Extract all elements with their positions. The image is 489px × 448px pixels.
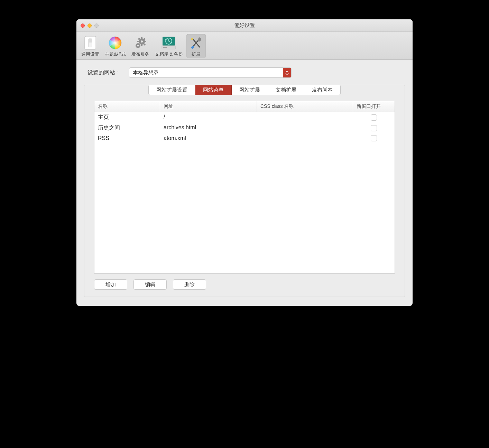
th-url[interactable]: 网址	[160, 101, 257, 112]
site-select-value: 本格异想录	[129, 69, 283, 76]
cell-newwin	[353, 134, 395, 142]
tab-doc-ext[interactable]: 文档扩展	[268, 85, 304, 95]
cell-name: RSS	[94, 134, 160, 142]
tab-label: 网站扩展设置	[156, 87, 187, 93]
cell-name: 历史之间	[94, 124, 160, 132]
svg-rect-2	[89, 39, 92, 43]
table-row[interactable]: RSS atom.xml	[94, 133, 395, 143]
cell-css	[257, 113, 353, 122]
svg-point-16	[137, 45, 139, 47]
tab-label: 网站菜单	[203, 87, 224, 93]
cell-name: 主页	[94, 113, 160, 122]
table-row[interactable]: 主页 /	[94, 112, 395, 123]
toolbar-item-label: 发布服务	[131, 51, 149, 57]
svg-rect-7	[141, 44, 142, 46]
gear-icon	[133, 35, 148, 50]
table-row[interactable]: 历史之间 archives.html	[94, 123, 395, 133]
content-area: 设置的网站： 本格异想录 网站扩展设置 网站菜单 网站扩展 文档扩展 发布脚本 …	[76, 60, 413, 306]
newwin-checkbox[interactable]	[371, 125, 377, 131]
newwin-checkbox[interactable]	[371, 135, 377, 141]
toolbar-item-label: 通用设置	[81, 51, 99, 57]
toolbar-item-general[interactable]: 通用设置	[79, 34, 101, 58]
extensions-panel: 网站扩展设置 网站菜单 网站扩展 文档扩展 发布脚本 名称 网址 CSS cla…	[84, 85, 405, 297]
time-machine-icon	[161, 35, 176, 50]
tools-icon	[188, 35, 204, 50]
cell-css	[257, 124, 353, 132]
cell-url: /	[160, 113, 257, 122]
titlebar: 偏好设置	[76, 19, 413, 32]
tab-publish-script[interactable]: 发布脚本	[304, 85, 341, 95]
cell-newwin	[353, 124, 395, 132]
action-row: 增加 编辑 删除	[94, 279, 395, 290]
table-body: 主页 / 历史之间 archives.html RSS atom.xml	[94, 112, 395, 143]
toolbar-item-publish[interactable]: 发布服务	[129, 34, 151, 58]
tab-site-ext[interactable]: 网站扩展	[232, 85, 268, 95]
toolbar-item-label: 扩展	[192, 51, 201, 57]
tab-label: 网站扩展	[239, 87, 260, 93]
site-select-popup[interactable]: 本格异想录	[129, 67, 292, 78]
minimize-button[interactable]	[87, 24, 92, 28]
newwin-checkbox[interactable]	[371, 114, 377, 121]
stepper-arrows-icon	[283, 68, 291, 77]
cell-url: archives.html	[160, 124, 257, 132]
delete-button[interactable]: 删除	[173, 279, 206, 290]
table-header: 名称 网址 CSS class 名称 新窗口打开	[94, 101, 395, 112]
preferences-window: 偏好设置 通用设置	[76, 19, 413, 306]
add-button[interactable]: 增加	[94, 279, 127, 290]
toolbar: 通用设置	[76, 32, 413, 60]
switch-icon	[83, 35, 98, 50]
svg-point-14	[141, 40, 143, 43]
close-button[interactable]	[81, 24, 85, 28]
toolbar-item-backup[interactable]: 文档库 & 备份	[153, 34, 185, 58]
svg-rect-6	[141, 37, 142, 39]
cell-css	[257, 134, 353, 142]
color-wheel-icon	[108, 35, 123, 50]
toolbar-item-extensions[interactable]: 扩展	[186, 34, 206, 58]
zoom-button	[94, 24, 99, 28]
tab-label: 发布脚本	[312, 87, 333, 93]
tab-site-menu[interactable]: 网站菜单	[195, 85, 232, 95]
site-select-row: 设置的网站： 本格异想录	[84, 67, 405, 78]
tab-ext-settings[interactable]: 网站扩展设置	[148, 85, 195, 95]
tab-segmented-control: 网站扩展设置 网站菜单 网站扩展 文档扩展 发布脚本	[94, 85, 395, 95]
toolbar-item-theme[interactable]: 主题&样式	[103, 34, 128, 58]
th-newwin[interactable]: 新窗口打开	[353, 101, 395, 112]
th-name[interactable]: 名称	[94, 101, 160, 112]
svg-rect-20	[163, 47, 167, 48]
svg-point-24	[191, 38, 193, 40]
site-select-label: 设置的网站：	[87, 69, 121, 76]
edit-button[interactable]: 编辑	[133, 279, 167, 290]
th-css[interactable]: CSS class 名称	[257, 101, 353, 112]
toolbar-item-label: 文档库 & 备份	[155, 51, 183, 57]
toolbar-item-label: 主题&样式	[105, 51, 126, 57]
svg-rect-8	[137, 41, 139, 42]
tab-label: 文档扩展	[276, 87, 296, 93]
cell-newwin	[353, 113, 395, 122]
menu-table: 名称 网址 CSS class 名称 新窗口打开 主页 / 历史之间 archi…	[94, 101, 395, 274]
window-title: 偏好设置	[76, 22, 413, 29]
traffic-lights	[76, 24, 99, 28]
cell-url: atom.xml	[160, 134, 257, 142]
svg-rect-9	[145, 41, 146, 42]
